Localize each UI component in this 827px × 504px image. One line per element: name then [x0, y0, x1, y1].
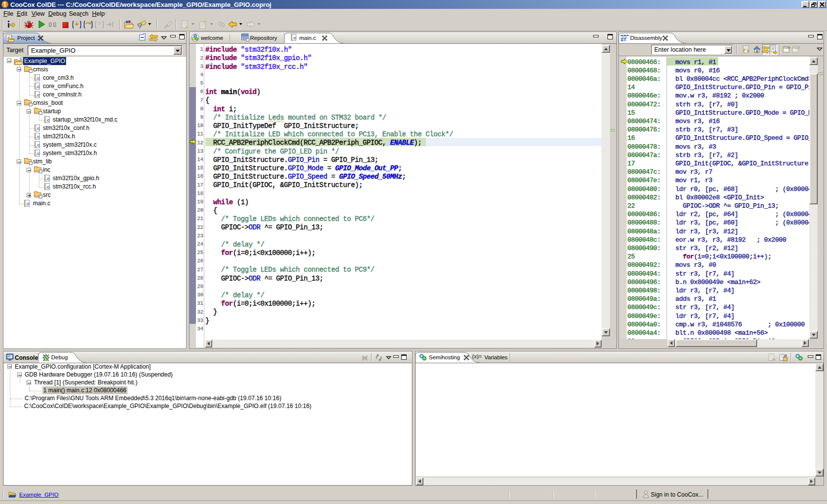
svg-text:C: C [20, 57, 23, 61]
